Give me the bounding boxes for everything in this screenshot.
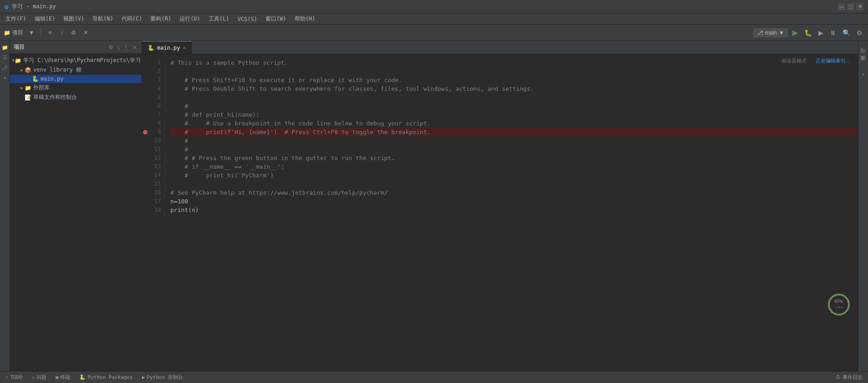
expand-button[interactable]: ▼ bbox=[26, 27, 37, 38]
branch-label: main bbox=[765, 30, 777, 36]
line-num-3: 3 bbox=[142, 76, 164, 84]
terminal-icon: ▣ bbox=[56, 374, 59, 380]
tree-venv[interactable]: ▶ 📦 venv library 根 bbox=[10, 65, 142, 75]
editor-top-right: 阅读器模式 正在编辑索引... bbox=[779, 57, 853, 65]
panel-sort-button[interactable]: ↕ bbox=[116, 43, 121, 52]
python-packages-icon: 🐍 bbox=[79, 374, 86, 380]
code-line-5 bbox=[170, 93, 858, 102]
status-terminal-label: 终端 bbox=[60, 374, 70, 381]
line-num-14: 14 bbox=[142, 171, 164, 180]
right-panel-label-1[interactable]: 论坛 bbox=[859, 55, 868, 60]
tree-root[interactable]: ▼ 📁 学习 C:\Users\hp\PycharmProjects\学习 bbox=[10, 56, 142, 65]
tab-bar: 🐍 main.py ✕ bbox=[142, 41, 858, 55]
list-view-button[interactable]: ≡ bbox=[45, 27, 56, 38]
menu-refactor[interactable]: 重构(R) bbox=[147, 14, 175, 24]
status-python-console[interactable]: ▶ Python 控制台 bbox=[140, 373, 185, 382]
file-tree: ▼ 📁 学习 C:\Users\hp\PycharmProjects\学习 ▶ … bbox=[10, 54, 142, 371]
toolbar-action-section: ≡ ↕ ⚙ ✕ bbox=[45, 27, 91, 38]
panel-close-button[interactable]: ✕ bbox=[132, 43, 138, 52]
right-panel-label-2[interactable]: 收藏夹 bbox=[859, 62, 868, 67]
sort-button[interactable]: ↕ bbox=[56, 27, 67, 38]
right-panel-label-3[interactable]: ★ bbox=[859, 69, 867, 81]
branch-icon: ⎇ bbox=[757, 30, 763, 36]
status-python-console-label: Python 控制台 bbox=[147, 374, 183, 381]
menu-view[interactable]: 视图(V) bbox=[60, 14, 88, 24]
menu-nav[interactable]: 导航(N) bbox=[89, 14, 117, 24]
minimize-button[interactable]: ─ bbox=[838, 3, 845, 10]
settings-button[interactable]: ⚙ bbox=[68, 27, 79, 38]
status-python-packages[interactable]: 🐍 Python Packages bbox=[77, 373, 134, 381]
panel-gear-button[interactable]: ⚙ bbox=[107, 43, 114, 52]
settings-btn[interactable]: ⚙ bbox=[855, 28, 864, 37]
tree-scratch-files-label: 草稿文件和控制台 bbox=[33, 93, 77, 101]
edit-mode-button[interactable]: 正在编辑索引... bbox=[813, 57, 853, 65]
coverage-button[interactable]: ▶ bbox=[817, 28, 825, 37]
menu-code[interactable]: 代码(C) bbox=[118, 14, 146, 24]
title-bar-title: 学习 - main.py bbox=[12, 3, 56, 10]
code-line-2 bbox=[170, 67, 858, 76]
title-bar: ⚙ 学习 - main.py ─ □ ✕ bbox=[0, 0, 868, 14]
tree-external-libs[interactable]: ▶ 📁 外部库 bbox=[10, 83, 142, 93]
line-num-11: 11 bbox=[142, 145, 164, 154]
event-log-icon: 🗒 bbox=[836, 374, 841, 380]
sidebar-icon-bookmark[interactable]: ★ bbox=[0, 73, 10, 82]
tab-file-icon: 🐍 bbox=[148, 45, 154, 51]
issues-icon: ⚠ bbox=[31, 374, 35, 380]
code-line-10: # bbox=[170, 136, 858, 145]
close-button[interactable]: ✕ bbox=[856, 3, 863, 10]
menu-help[interactable]: 帮助(H) bbox=[291, 14, 319, 24]
sidebar-icon-structure[interactable]: ☰ bbox=[0, 53, 10, 62]
menu-run[interactable]: 运行(U) bbox=[176, 14, 204, 24]
menu-file[interactable]: 文件(F) bbox=[2, 14, 30, 24]
tree-main-py[interactable]: 🐍 main.py bbox=[10, 75, 142, 83]
code-line-7: # def print_hi(name): bbox=[170, 110, 858, 119]
panel-title: 项目 bbox=[14, 43, 106, 51]
run-button[interactable]: ▶ bbox=[791, 27, 800, 38]
sidebar-icon-commits[interactable]: ⎇ bbox=[0, 63, 10, 72]
editor-area: 🐍 main.py ✕ 阅读器模式 正在编辑索引... 1 2 3 4 5 6 … bbox=[142, 41, 858, 371]
menu-vcs[interactable]: VCS(S) bbox=[234, 15, 261, 23]
code-lines[interactable]: # This is a sample Python script. # Pres… bbox=[165, 55, 858, 371]
line-num-7: 7 bbox=[142, 110, 164, 119]
code-line-1: # This is a sample Python script. bbox=[170, 58, 858, 67]
close-panel-button[interactable]: ✕ bbox=[80, 27, 91, 38]
branch-button[interactable]: ⎇ main ▼ bbox=[753, 28, 788, 37]
tab-main-py[interactable]: 🐍 main.py ✕ bbox=[142, 41, 192, 54]
tree-external-libs-label: 外部库 bbox=[33, 84, 50, 92]
code-line-3: # Press Shift+F10 to execute it or repla… bbox=[170, 76, 858, 84]
panel-options-button[interactable]: ⋮ bbox=[123, 43, 130, 52]
tab-close-button[interactable]: ✕ bbox=[183, 45, 186, 51]
code-line-18: print(n) bbox=[170, 206, 858, 214]
status-todo[interactable]: ✓ TODO bbox=[4, 373, 24, 381]
status-event-log-label: 事件日志 bbox=[842, 374, 863, 381]
menu-edit[interactable]: 编辑(E) bbox=[31, 14, 59, 24]
status-issues[interactable]: ⚠ 问题 bbox=[30, 373, 48, 382]
sidebar-icon-project[interactable]: 📁 bbox=[0, 43, 10, 52]
status-todo-label: TODO bbox=[10, 374, 23, 380]
line-num-13: 13 bbox=[142, 162, 164, 171]
line-num-1: 1 bbox=[142, 58, 164, 67]
right-side-panels: 论坛 收藏夹 ★ bbox=[858, 41, 868, 371]
code-line-11: # bbox=[170, 145, 858, 154]
line-num-15: 15 bbox=[142, 180, 164, 188]
line-num-6: 6 bbox=[142, 102, 164, 110]
app-logo: ⚙ bbox=[5, 3, 8, 10]
debug-button[interactable]: 🐛 bbox=[802, 28, 814, 37]
menu-window[interactable]: 窗口(W) bbox=[262, 14, 290, 24]
line-numbers: 1 2 3 4 5 6 7 8 9 10 11 12 13 14 15 16 1… bbox=[142, 55, 165, 371]
search-button[interactable]: 🔍 bbox=[841, 28, 852, 37]
reader-mode-button[interactable]: 阅读器模式 bbox=[779, 57, 809, 65]
tree-scratch-files[interactable]: 📝 草稿文件和控制台 bbox=[10, 93, 142, 102]
status-event-log[interactable]: 🗒 事件日志 bbox=[834, 373, 864, 382]
svg-text:65%: 65% bbox=[835, 299, 843, 304]
toolbar-right: ⎇ main ▼ ▶ 🐛 ▶ ⏸ 🔍 ⚙ bbox=[753, 27, 864, 38]
menu-tools[interactable]: 工具(L) bbox=[205, 14, 233, 24]
profile-button[interactable]: ⏸ bbox=[828, 28, 838, 37]
toolbar: 📁 项目 ▼ ≡ ↕ ⚙ ✕ ⎇ main ▼ ▶ 🐛 ▶ ⏸ 🔍 ⚙ bbox=[0, 25, 868, 41]
code-line-15 bbox=[170, 180, 858, 188]
status-terminal[interactable]: ▣ 终端 bbox=[54, 373, 72, 382]
status-python-packages-label: Python Packages bbox=[87, 374, 133, 380]
line-num-9: 9 bbox=[142, 128, 164, 136]
maximize-button[interactable]: □ bbox=[847, 3, 854, 10]
tree-venv-label: venv library 根 bbox=[33, 66, 82, 74]
